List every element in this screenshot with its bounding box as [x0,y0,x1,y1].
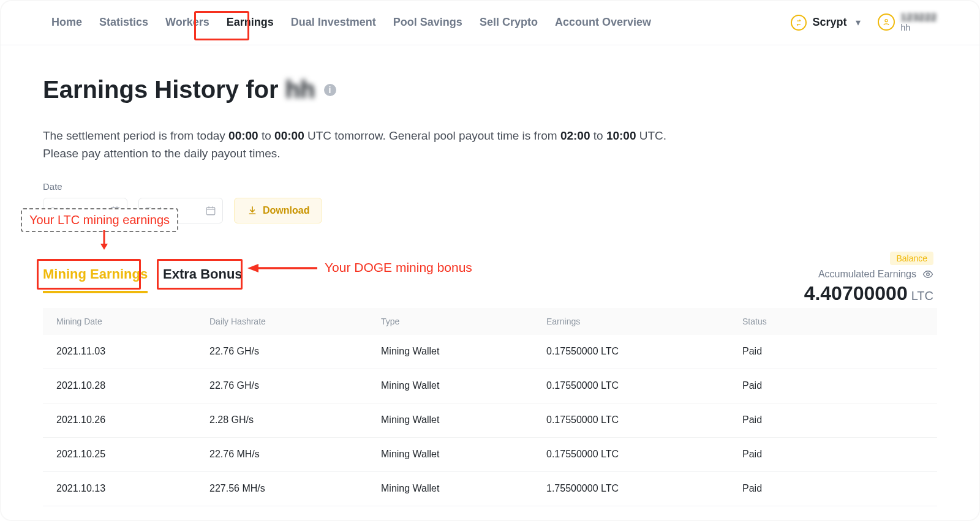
nav-sell-crypto[interactable]: Sell Crypto [471,1,546,43]
table-row: 2021.11.0322.76 GH/sMining Wallet0.17550… [43,335,937,369]
cell-date: 2021.10.25 [56,449,209,460]
cell-date: 2021.10.13 [56,483,209,494]
col-daily-hashrate: Daily Hashrate [209,317,381,326]
cell-type: Mining Wallet [381,346,546,357]
page-title-row: Earnings History for hh i [43,76,937,103]
cell-status: Paid [742,449,924,460]
nav-dual-investment[interactable]: Dual Investment [282,1,385,43]
earnings-table: Mining Date Daily Hashrate Type Earnings… [43,308,937,506]
cell-hashrate: 2.28 GH/s [209,414,381,425]
cell-earnings: 0.17550000 LTC [546,449,742,460]
cell-hashrate: 227.56 MH/s [209,483,381,494]
page-title: Earnings History for hh [43,76,315,103]
date-end-placeholder: End [145,205,162,216]
swap-icon [791,15,807,31]
cell-type: Mining Wallet [381,449,546,460]
svg-point-3 [927,273,930,276]
nav-pool-savings[interactable]: Pool Savings [385,1,471,43]
page-title-prefix: Earnings History for [43,76,285,103]
table-header: Mining Date Daily Hashrate Type Earnings… [43,308,937,335]
balance-badge[interactable]: Balance [890,252,933,265]
earnings-tabs: Mining Earnings Extra Bonus Balance Accu… [43,258,937,294]
cell-status: Paid [742,483,924,494]
col-mining-date: Mining Date [56,317,209,326]
svg-rect-1 [111,208,119,215]
download-button[interactable]: Download [234,198,322,223]
cell-type: Mining Wallet [381,414,546,425]
accumulated-earnings: Accumulated Earnings 4.40700000LTC [804,269,933,305]
eye-icon[interactable] [922,269,933,280]
user-icon [878,13,895,31]
cell-date: 2021.10.26 [56,414,209,425]
nav-workers[interactable]: Workers [157,1,218,43]
col-type: Type [381,317,546,326]
nav-account-overview[interactable]: Account Overview [546,1,660,43]
download-icon [247,205,258,216]
nav-earnings[interactable]: Earnings [218,1,282,43]
col-status: Status [742,317,924,326]
nav-home[interactable]: Home [43,1,91,43]
profile-menu[interactable]: 123222 hh [878,13,937,32]
calendar-icon [205,205,216,216]
cell-earnings: 0.17550000 LTC [546,380,742,391]
table-row: 2021.10.2822.76 GH/sMining Wallet0.17550… [43,369,937,403]
calendar-icon [110,205,121,216]
cell-status: Paid [742,414,924,425]
cell-type: Mining Wallet [381,483,546,494]
svg-rect-2 [206,208,215,215]
accumulated-currency: LTC [911,289,933,302]
cell-earnings: 1.75500000 LTC [546,483,742,494]
cell-status: Paid [742,380,924,391]
download-button-label: Download [263,205,309,216]
info-icon[interactable]: i [324,84,336,96]
nav-statistics[interactable]: Statistics [91,1,157,43]
tab-mining-earnings[interactable]: Mining Earnings [43,266,148,282]
date-start-input[interactable]: Start [43,198,127,223]
cell-earnings: 0.17550000 LTC [546,346,742,357]
cell-date: 2021.11.03 [56,346,209,357]
svg-point-0 [885,20,888,22]
algorithm-selector[interactable]: Scrypt ▾ [791,15,861,31]
table-row: 2021.10.13227.56 MH/sMining Wallet1.7550… [43,472,937,506]
algorithm-label: Scrypt [813,16,847,29]
col-earnings: Earnings [546,317,742,326]
accumulated-value: 4.40700000 [804,282,908,304]
cell-earnings: 0.17550000 LTC [546,414,742,425]
date-label: Date [43,181,937,192]
cell-hashrate: 22.76 MH/s [209,449,381,460]
cell-hashrate: 22.76 GH/s [209,346,381,357]
tab-extra-bonus[interactable]: Extra Bonus [163,266,243,282]
cell-status: Paid [742,346,924,357]
date-end-input[interactable]: End [138,198,223,223]
cell-type: Mining Wallet [381,380,546,391]
chevron-down-icon: ▾ [856,17,861,28]
profile-sub: hh [901,23,937,32]
profile-text: 123222 hh [901,13,937,32]
page-title-account: hh [285,76,315,103]
table-row: 2021.10.2522.76 MH/sMining Wallet0.17550… [43,438,937,472]
top-nav: Home Statistics Workers Earnings Dual In… [0,0,980,45]
cell-hashrate: 22.76 GH/s [209,380,381,391]
profile-id: 123222 [901,13,937,23]
accumulated-label: Accumulated Earnings [818,269,916,280]
cell-date: 2021.10.28 [56,380,209,391]
table-row: 2021.10.262.28 GH/sMining Wallet0.175500… [43,403,937,438]
settlement-description: The settlement period is from today 00:0… [43,127,937,163]
date-start-placeholder: Start [50,205,69,216]
